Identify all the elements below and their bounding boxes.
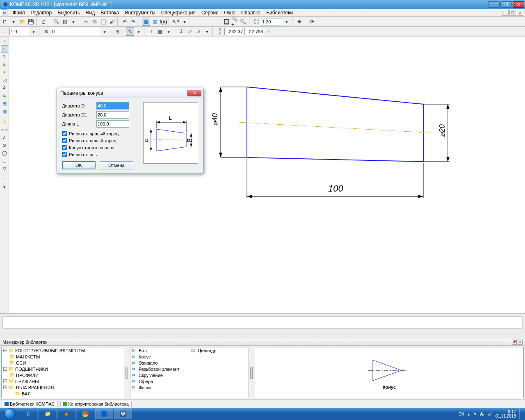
menu-file[interactable]: Файл (10, 9, 28, 16)
layer-icon[interactable]: ≋ (42, 27, 50, 36)
list-item[interactable]: ⊡Цилиндр (189, 347, 249, 354)
tool-sel[interactable]: ≋ (1, 92, 8, 99)
mgr-toggle-button[interactable]: ▦ (142, 18, 150, 26)
refresh-button[interactable]: ⟳ (308, 18, 316, 26)
tree-item[interactable]: +📁КОНСТРУКТИВНЫЕ ЭЛЕМЕНТЫ (2, 347, 124, 354)
tool-construct[interactable]: ⚡ (1, 118, 8, 126)
undo-button[interactable]: ↶ (121, 18, 129, 26)
tool-angle-dim[interactable]: ∠ (1, 134, 8, 141)
system-tray[interactable]: EN ▴ ⚑ 🖧 🔊 9:17 01.11.2018 (459, 409, 523, 419)
taskbar-explorer[interactable]: 📁 (39, 409, 57, 419)
snap-toggle-1[interactable]: ⊞ (113, 27, 121, 36)
open-button[interactable]: 📂 (18, 18, 26, 26)
menu-insert[interactable]: Вставка (98, 9, 122, 16)
tool-edit[interactable]: ≡ (1, 61, 8, 68)
tray-up-icon[interactable]: ▴ (468, 412, 470, 416)
coord-scale-input[interactable] (9, 28, 29, 35)
input-length-l[interactable] (96, 120, 129, 128)
taskbar-chrome[interactable] (76, 409, 94, 419)
tree-item[interactable]: 📁МАНЖЕТЫ (2, 354, 124, 360)
close-button[interactable]: ✕ (513, 1, 524, 8)
lib-close-button[interactable]: × (518, 340, 523, 345)
tray-flag-icon[interactable]: ⚑ (473, 412, 477, 416)
dropdown-2[interactable]: ▾ (180, 18, 189, 26)
menu-libraries[interactable]: Библиотеки (263, 9, 296, 16)
menu-select[interactable]: Выделить (55, 9, 83, 16)
save-button[interactable]: 💾 (27, 18, 35, 26)
coord-dropdown[interactable]: ▾ (30, 27, 38, 36)
tool-spec[interactable]: ▤ (1, 100, 8, 107)
tray-volume-icon[interactable]: 🔊 (487, 412, 492, 416)
coord-icon[interactable]: ↕ (1, 27, 9, 36)
zoom-in-button[interactable]: 🔍+ (231, 18, 239, 26)
mdi-minimize-button[interactable]: – (502, 10, 509, 16)
layer-dropdown[interactable]: ▾ (100, 27, 109, 36)
new-dropdown[interactable]: ▾ (9, 18, 18, 26)
zoom-window-button[interactable]: 🔲 (222, 18, 231, 26)
menu-spec[interactable]: Спецификация (158, 9, 199, 16)
menu-editor[interactable]: Редактор (28, 9, 55, 16)
snap-toggle-2[interactable]: ✎ (126, 27, 134, 36)
help-cursor-button[interactable]: ↖? (172, 18, 180, 26)
list-item[interactable]: ⊳Скругление (130, 372, 189, 378)
properties-button[interactable]: ▤ (61, 18, 69, 26)
tool-measure[interactable]: ◿ (1, 76, 8, 84)
paste-button[interactable]: 📋 (99, 18, 107, 26)
list-item[interactable]: ⊳Резьбовой элемент (130, 366, 189, 372)
minimize-button[interactable]: — (488, 1, 500, 8)
tool-dropdown[interactable]: ▾ (1, 183, 8, 191)
taskbar-ie[interactable]: e (20, 409, 38, 419)
library-list[interactable]: ⊳Вал⊳Конус⊳Оживало⊳Резьбовой элемент⊳Скр… (130, 347, 249, 398)
zoom-fit-button[interactable]: ⛶ (252, 18, 260, 26)
tool-diam-dim[interactable]: ◯ (1, 149, 8, 157)
coord-y-input[interactable] (244, 28, 264, 35)
tree-item[interactable]: +📁ПОДШИПНИКИ (2, 366, 124, 372)
fx-button[interactable]: f(x) (159, 18, 167, 26)
snap-perp-icon[interactable]: ↧ (177, 27, 185, 36)
splitter-2[interactable] (250, 367, 253, 379)
snap-dropdown-2[interactable]: ▾ (203, 27, 211, 36)
tab-constructor-lib[interactable]: Конструкторская библиотека (60, 401, 132, 407)
ok-button[interactable]: OK (62, 161, 96, 169)
dialog-close-button[interactable]: ✕ (187, 90, 201, 96)
tree-item[interactable]: 📁ПРОФИЛИ (2, 372, 124, 378)
tool-param[interactable]: ✦ (1, 68, 8, 76)
tab-kompas-libs[interactable]: Библиотеки КОМПАС (2, 401, 58, 407)
taskbar-media[interactable]: ▶ (57, 409, 75, 419)
new-doc-button[interactable]: 🗋 (1, 18, 9, 26)
tray-lang[interactable]: EN (459, 412, 464, 416)
check-left-face[interactable] (62, 138, 67, 143)
dropdown-1[interactable]: ▾ (69, 18, 78, 26)
tool-arc-dim[interactable]: ◡ (1, 157, 8, 164)
library-tree[interactable]: +📁КОНСТРУКТИВНЫЕ ЭЛЕМЕНТЫ📁МАНЖЕТЫ📁ОСИ+📁П… (1, 347, 124, 398)
tool-wave[interactable]: ≈ (1, 176, 8, 183)
cancel-button[interactable]: Отмена (100, 161, 133, 169)
snap-mid-icon[interactable]: ⊿ (194, 27, 203, 36)
menu-help[interactable]: Справка (238, 9, 263, 16)
tray-network-icon[interactable]: 🖧 (480, 412, 484, 416)
taskbar-word[interactable]: W (114, 409, 132, 419)
tool-geometry[interactable]: ◇ (1, 37, 8, 45)
zoom-input[interactable] (261, 18, 282, 25)
snap-dropdown[interactable]: ▾ (135, 27, 143, 36)
taskbar-kompas[interactable] (95, 409, 113, 419)
maximize-button[interactable]: ❐ (500, 1, 512, 8)
check-build-right[interactable] (62, 145, 67, 150)
tool-dims[interactable]: ↔ (1, 45, 8, 52)
coord-x-input[interactable] (224, 28, 244, 35)
tool-height-dim[interactable]: ▽ (1, 165, 8, 172)
zoom-dropdown[interactable]: ▾ (283, 18, 291, 26)
tool-report[interactable]: ▥ (1, 107, 8, 115)
show-desktop-button[interactable] (519, 409, 523, 419)
menu-service[interactable]: Сервис (199, 9, 221, 16)
preview-button[interactable]: 🔍 (52, 18, 60, 26)
tool-a[interactable]: A (1, 84, 8, 91)
list-item[interactable]: ⊳Вал (130, 347, 189, 354)
grid-toggle[interactable]: ▦ (156, 27, 164, 36)
ortho-toggle[interactable]: ⟂ (147, 27, 155, 36)
tool-radius-dim[interactable]: ⊘ (1, 142, 8, 149)
tree-item[interactable]: 📁ОСИ (2, 360, 124, 366)
list-item[interactable]: ⊳Конус (130, 354, 189, 360)
print-button[interactable]: 🖨 (39, 18, 48, 26)
list-item[interactable]: ⊳Сфера (130, 378, 189, 384)
